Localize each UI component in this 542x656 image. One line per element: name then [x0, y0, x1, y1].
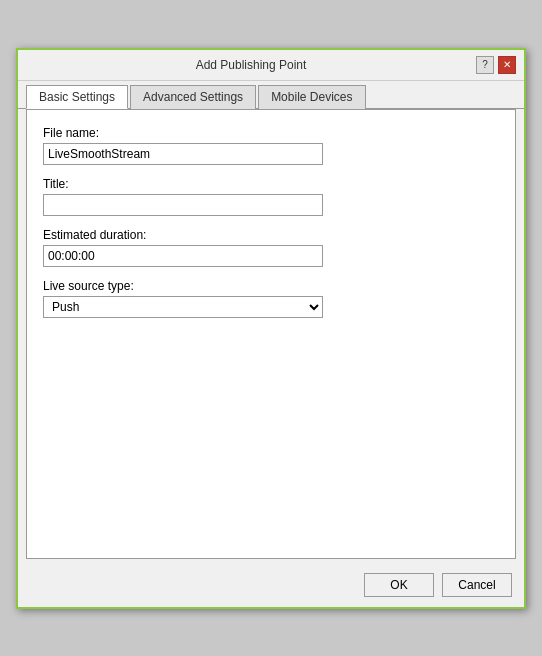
title-label: Title:: [43, 177, 499, 191]
title-bar: Add Publishing Point ? ✕: [18, 50, 524, 81]
file-name-group: File name:: [43, 126, 499, 165]
close-button[interactable]: ✕: [498, 56, 516, 74]
title-group: Title:: [43, 177, 499, 216]
add-publishing-point-dialog: Add Publishing Point ? ✕ Basic Settings …: [16, 48, 526, 609]
help-button[interactable]: ?: [476, 56, 494, 74]
estimated-duration-input[interactable]: [43, 245, 323, 267]
file-name-label: File name:: [43, 126, 499, 140]
ok-button[interactable]: OK: [364, 573, 434, 597]
title-input[interactable]: [43, 194, 323, 216]
dialog-title: Add Publishing Point: [26, 58, 476, 72]
cancel-button[interactable]: Cancel: [442, 573, 512, 597]
title-bar-controls: ? ✕: [476, 56, 516, 74]
content-area: File name: Title: Estimated duration: Li…: [26, 109, 516, 559]
file-name-input[interactable]: [43, 143, 323, 165]
tab-mobile-devices[interactable]: Mobile Devices: [258, 85, 365, 109]
estimated-duration-group: Estimated duration:: [43, 228, 499, 267]
live-source-type-select[interactable]: Push Pull Encoder: [43, 296, 323, 318]
estimated-duration-label: Estimated duration:: [43, 228, 499, 242]
live-source-type-label: Live source type:: [43, 279, 499, 293]
live-source-type-group: Live source type: Push Pull Encoder: [43, 279, 499, 318]
dialog-footer: OK Cancel: [18, 567, 524, 607]
tab-basic-settings[interactable]: Basic Settings: [26, 85, 128, 109]
tab-bar: Basic Settings Advanced Settings Mobile …: [18, 81, 524, 109]
tab-advanced-settings[interactable]: Advanced Settings: [130, 85, 256, 109]
